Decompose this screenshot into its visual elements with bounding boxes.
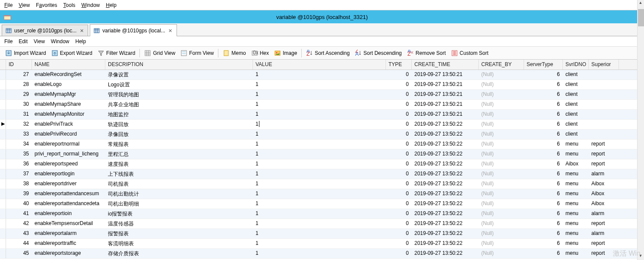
scroll-down-arrow[interactable]: ▼ bbox=[638, 254, 644, 260]
cell-sidno[interactable]: client bbox=[563, 120, 589, 129]
cell-ctime[interactable]: 2019-09-27 13:50:22 bbox=[412, 140, 479, 149]
cell-type[interactable]: 0 bbox=[386, 239, 412, 248]
cell-id[interactable]: 30 bbox=[6, 100, 32, 109]
cell-desc[interactable]: 司机出勤明细 bbox=[105, 199, 253, 209]
tab-1[interactable]: variable @1010gps (local...✕ bbox=[90, 24, 177, 36]
cell-sup[interactable] bbox=[589, 80, 619, 89]
cell-value[interactable]: 1 bbox=[253, 149, 386, 159]
cell-name[interactable]: enablereportstorage bbox=[32, 249, 105, 258]
cell-id[interactable]: 43 bbox=[6, 229, 32, 238]
cell-cby[interactable]: (Null) bbox=[479, 249, 524, 258]
cell-cby[interactable]: (Null) bbox=[479, 179, 524, 189]
cell-sup[interactable] bbox=[589, 70, 619, 79]
cell-sidno[interactable]: client bbox=[563, 130, 589, 139]
cell-desc[interactable]: 常规报表 bbox=[105, 140, 253, 149]
cell-cby[interactable]: (Null) bbox=[479, 189, 524, 199]
cell-sup[interactable] bbox=[589, 90, 619, 99]
cell-desc[interactable]: Logo设置 bbox=[105, 80, 253, 89]
cell-stype[interactable]: 6 bbox=[524, 70, 563, 79]
cell-ctime[interactable]: 2019-09-27 13:50:21 bbox=[412, 110, 479, 119]
cell-sup[interactable]: Aibox bbox=[589, 179, 619, 189]
cell-id[interactable]: 45 bbox=[6, 249, 32, 258]
col-sidno[interactable]: SvrIDNO bbox=[563, 60, 589, 70]
scroll-thumb[interactable] bbox=[638, 9, 644, 26]
table-row[interactable]: 39enablereportattendancesum司机出勤统计102019-… bbox=[0, 189, 644, 199]
cell-sup[interactable]: report bbox=[589, 149, 619, 159]
cell-ctime[interactable]: 2019-09-27 13:50:22 bbox=[412, 159, 479, 169]
cell-sup[interactable]: report bbox=[589, 159, 619, 169]
cell-name[interactable]: enablePriviRecord bbox=[32, 130, 105, 139]
cell-stype[interactable]: 6 bbox=[524, 219, 563, 228]
cell-stype[interactable]: 6 bbox=[524, 100, 563, 109]
cell-id[interactable]: 40 bbox=[6, 199, 32, 209]
cell-sidno[interactable]: menu bbox=[563, 249, 589, 258]
cell-sidno[interactable]: menu bbox=[563, 229, 589, 238]
cell-value[interactable]: 1 bbox=[253, 189, 386, 199]
cell-type[interactable]: 0 bbox=[386, 120, 412, 129]
table-row[interactable]: 27enableRecordingSet录像设置102019-09-27 13:… bbox=[0, 70, 644, 80]
cell-name[interactable]: enabkeTempsensorDetail bbox=[32, 219, 105, 228]
cell-value[interactable]: 1 bbox=[253, 179, 386, 189]
cell-desc[interactable]: 管理我的地图 bbox=[105, 90, 253, 99]
cell-id[interactable]: 35 bbox=[6, 149, 32, 159]
cell-name[interactable]: enableRecordingSet bbox=[32, 70, 105, 79]
cell-desc[interactable]: 客流明细表 bbox=[105, 239, 253, 248]
cell-ctime[interactable]: 2019-09-27 13:50:21 bbox=[412, 80, 479, 89]
cell-stype[interactable]: 6 bbox=[524, 130, 563, 139]
hex-button[interactable]: 0xHex bbox=[249, 49, 271, 57]
cell-sidno[interactable]: client bbox=[563, 110, 589, 119]
cell-id[interactable]: 36 bbox=[6, 159, 32, 169]
submenu-help[interactable]: Help bbox=[76, 38, 86, 44]
cell-ctime[interactable]: 2019-09-27 13:50:22 bbox=[412, 120, 479, 129]
cell-name[interactable]: enablereportspeed bbox=[32, 159, 105, 169]
cell-cby[interactable]: (Null) bbox=[479, 199, 524, 209]
custom-sort-button[interactable]: Custom Sort bbox=[448, 49, 491, 57]
table-row[interactable]: 36enablereportspeed速度报表102019-09-27 13:5… bbox=[0, 159, 644, 169]
col-name[interactable]: NAME bbox=[32, 60, 105, 70]
col-value[interactable]: VALUE bbox=[253, 60, 386, 70]
cell-id[interactable]: 27 bbox=[6, 70, 32, 79]
cell-type[interactable]: 0 bbox=[386, 169, 412, 179]
cell-ctime[interactable]: 2019-09-27 13:50:21 bbox=[412, 70, 479, 79]
menu-favorites[interactable]: Favorites bbox=[33, 1, 60, 9]
cell-type[interactable]: 0 bbox=[386, 90, 412, 99]
menu-window[interactable]: Window bbox=[79, 1, 103, 9]
memo-button[interactable]: Memo bbox=[220, 49, 248, 57]
cell-sup[interactable]: report bbox=[589, 140, 619, 149]
cell-type[interactable]: 0 bbox=[386, 189, 412, 199]
tab-0[interactable]: user_role @1010gps (loc...✕ bbox=[2, 25, 88, 36]
cell-ctime[interactable]: 2019-09-27 13:50:21 bbox=[412, 100, 479, 109]
cell-id[interactable]: 42 bbox=[6, 219, 32, 228]
cell-sidno[interactable]: client bbox=[563, 70, 589, 79]
cell-type[interactable]: 0 bbox=[386, 219, 412, 228]
cell-name[interactable]: enablereporttraffic bbox=[32, 239, 105, 248]
col-type[interactable]: TYPE bbox=[386, 60, 412, 70]
grid-body[interactable]: 27enableRecordingSet录像设置102019-09-27 13:… bbox=[0, 70, 644, 259]
cell-name[interactable]: enablereportlogin bbox=[32, 169, 105, 179]
import-wizard-button[interactable]: Import Wizard bbox=[3, 49, 49, 57]
cell-name[interactable]: enablePriviTrack bbox=[32, 120, 105, 129]
table-row[interactable]: 34enablereportnormal常规报表102019-09-27 13:… bbox=[0, 140, 644, 149]
table-row[interactable]: 30enableMymapShare共享企业地图102019-09-27 13:… bbox=[0, 100, 644, 110]
submenu-edit[interactable]: Edit bbox=[19, 38, 28, 44]
cell-type[interactable]: 0 bbox=[386, 209, 412, 219]
cell-value[interactable]: 1 bbox=[253, 199, 386, 209]
table-row[interactable]: 29enableMymapMgr管理我的地图102019-09-27 13:50… bbox=[0, 90, 644, 100]
cell-desc[interactable]: 录像设置 bbox=[105, 70, 253, 79]
cell-name[interactable]: enablereportattendancedeta bbox=[32, 199, 105, 209]
cell-desc[interactable]: 地图监控 bbox=[105, 110, 253, 119]
cell-cby[interactable]: (Null) bbox=[479, 110, 524, 119]
close-icon[interactable]: ✕ bbox=[168, 28, 173, 33]
cell-value[interactable]: 1 bbox=[253, 80, 386, 89]
cell-name[interactable]: enableMymapMgr bbox=[32, 90, 105, 99]
export-wizard-button[interactable]: Export Wizard bbox=[49, 49, 95, 57]
cell-sidno[interactable]: client bbox=[563, 80, 589, 89]
submenu-view[interactable]: View bbox=[34, 38, 45, 44]
cell-id[interactable]: 29 bbox=[6, 90, 32, 99]
close-icon[interactable]: ✕ bbox=[79, 28, 84, 33]
cell-desc[interactable]: 轨迹回放 bbox=[105, 120, 253, 129]
cell-value[interactable]: 1 bbox=[253, 219, 386, 228]
cell-ctime[interactable]: 2019-09-27 13:50:22 bbox=[412, 229, 479, 238]
cell-desc[interactable]: 温度传感器 bbox=[105, 219, 253, 228]
cell-desc[interactable]: 存储介质报表 bbox=[105, 249, 253, 258]
